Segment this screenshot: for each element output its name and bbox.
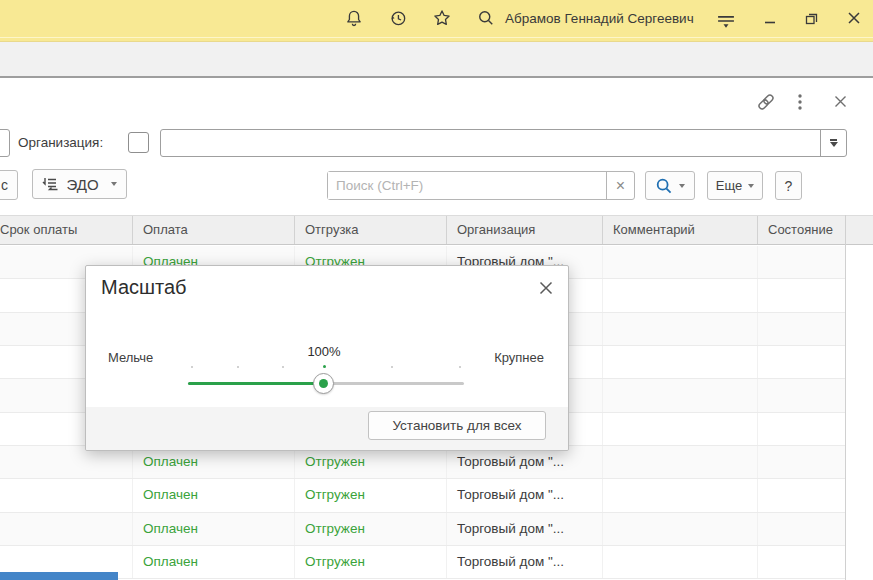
edo-button[interactable]: ЭДО — [32, 169, 127, 199]
content-divider — [0, 76, 873, 78]
more-caret-icon — [748, 184, 754, 188]
cell-shipment: Отгружен — [295, 513, 447, 545]
cell-shipment: Отгружен — [295, 546, 447, 578]
zoom-dialog-close-icon[interactable] — [538, 280, 554, 296]
help-button[interactable]: ? — [775, 171, 802, 200]
slider-tick — [191, 366, 193, 368]
column-comment[interactable]: Комментарий — [603, 216, 758, 244]
titlebar: Абрамов Геннадий Сергеевич — [0, 0, 873, 37]
column-organization[interactable]: Организация — [447, 216, 603, 244]
cell-state — [758, 546, 845, 578]
cell-state — [758, 379, 845, 411]
organization-dropdown-icon[interactable] — [820, 130, 846, 156]
slider-tick-current — [323, 365, 326, 368]
history-icon[interactable] — [388, 8, 408, 28]
search-box: × — [327, 171, 635, 200]
zoom-value: 100% — [307, 344, 340, 359]
find-caret-icon — [679, 184, 685, 188]
edo-button-label: ЭДО — [66, 176, 98, 193]
search-loupe-icon — [655, 177, 673, 195]
cell-state — [758, 313, 845, 345]
restore-window-button[interactable] — [804, 10, 820, 26]
close-form-icon[interactable] — [833, 94, 848, 109]
cell-due-date — [0, 513, 133, 545]
cell-state — [758, 279, 845, 311]
zoom-smaller-label: Мельче — [108, 350, 153, 365]
zoom-larger-label: Крупнее — [494, 350, 544, 365]
cell-comment — [603, 246, 758, 278]
column-state[interactable]: Состояние — [758, 216, 873, 244]
notifications-bell-icon[interactable] — [344, 8, 364, 28]
table-row[interactable]: Оплачен Отгружен Торговый дом "... — [0, 513, 845, 546]
cell-payment: Оплачен — [133, 479, 295, 511]
app-toolbar-strip — [0, 42, 873, 76]
column-shipment[interactable]: Отгрузка — [295, 216, 447, 244]
cell-comment — [603, 413, 758, 445]
partial-selected-row[interactable] — [0, 572, 118, 580]
table-row[interactable]: Оплачен Отгружен Торговый дом "... — [0, 446, 845, 479]
organization-combo — [160, 129, 847, 157]
cell-shipment: Отгружен — [295, 479, 447, 511]
cell-comment — [603, 446, 758, 478]
partial-toolbar-button[interactable]: с — [0, 170, 18, 200]
cell-state — [758, 446, 845, 478]
table-row[interactable]: Оплачен Отгружен Торговый дом "... — [0, 479, 845, 512]
favorites-star-icon[interactable] — [432, 8, 452, 28]
zoom-dialog: Масштаб Мельче Крупнее 100% Установить д… — [85, 265, 569, 451]
table-header: Срок оплаты Оплата Отгрузка Организация … — [0, 215, 873, 245]
partial-filter-field[interactable] — [0, 129, 10, 157]
cell-payment: Оплачен — [133, 513, 295, 545]
cell-comment — [603, 379, 758, 411]
cell-state — [758, 513, 845, 545]
cell-organization: Торговый дом "... — [447, 513, 603, 545]
cell-organization: Торговый дом "... — [447, 546, 603, 578]
search-input[interactable] — [328, 172, 606, 199]
cell-comment — [603, 346, 758, 378]
zoom-slider-fill — [188, 382, 324, 385]
cell-organization: Торговый дом "... — [447, 479, 603, 511]
column-due-date[interactable]: Срок оплаты — [0, 216, 133, 244]
close-window-button[interactable] — [846, 10, 862, 26]
apply-all-button[interactable]: Установить для всех — [368, 411, 546, 440]
get-link-icon[interactable] — [756, 92, 776, 112]
cell-comment — [603, 513, 758, 545]
zoom-dialog-footer: Установить для всех — [86, 407, 568, 450]
cell-payment: Оплачен — [133, 546, 295, 578]
slider-tick — [391, 366, 393, 368]
cell-comment — [603, 546, 758, 578]
current-user[interactable]: Абрамов Геннадий Сергеевич — [505, 0, 694, 37]
zoom-slider-thumb[interactable] — [313, 373, 334, 394]
cell-comment — [603, 279, 758, 311]
edo-caret-icon — [111, 182, 117, 186]
organization-input[interactable] — [161, 130, 820, 156]
more-button-label: Еще — [716, 178, 742, 193]
find-button[interactable] — [645, 171, 695, 200]
cell-comment — [603, 479, 758, 511]
table-right-border — [845, 215, 846, 580]
cell-state — [758, 413, 845, 445]
table-row[interactable]: Оплачен Отгружен Торговый дом "... — [0, 546, 845, 579]
zoom-dialog-title: Масштаб — [101, 276, 187, 299]
clear-search-icon[interactable]: × — [606, 172, 634, 199]
column-payment[interactable]: Оплата — [133, 216, 295, 244]
more-button[interactable]: Еще — [707, 171, 763, 200]
slider-tick — [237, 366, 239, 368]
slider-tick — [459, 366, 461, 368]
cell-state — [758, 246, 845, 278]
edo-icon — [42, 175, 60, 193]
cell-state — [758, 479, 845, 511]
service-menu-icon[interactable] — [716, 11, 736, 31]
organization-checkbox[interactable] — [128, 132, 149, 153]
minimize-button[interactable] — [762, 10, 778, 26]
slider-tick — [282, 366, 284, 368]
cell-comment — [603, 313, 758, 345]
more-actions-dots-icon[interactable] — [795, 93, 805, 111]
cell-due-date — [0, 479, 133, 511]
app-window: Абрамов Геннадий Сергеевич Организация: … — [0, 0, 873, 580]
cell-state — [758, 346, 845, 378]
global-search-icon[interactable] — [476, 8, 496, 28]
organization-label: Организация: — [18, 129, 103, 157]
